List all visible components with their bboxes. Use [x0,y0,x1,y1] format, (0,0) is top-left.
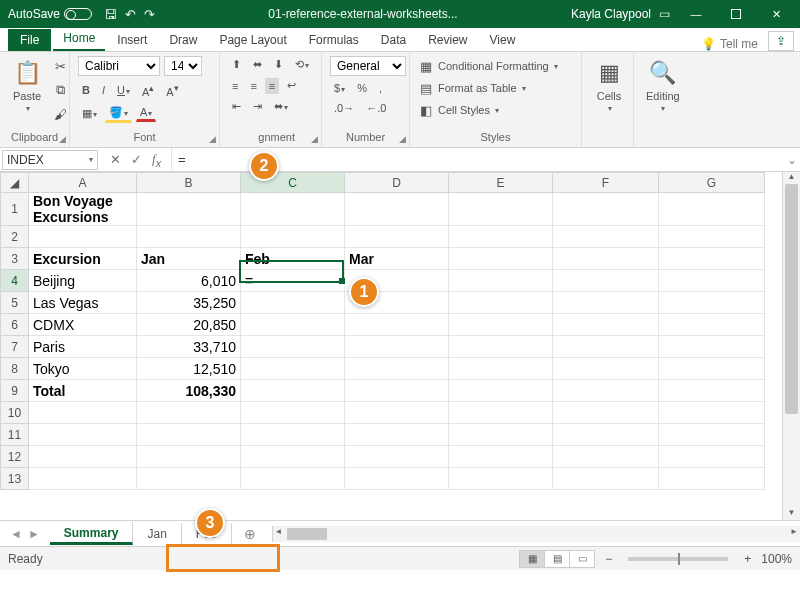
cell[interactable]: Beijing [29,270,137,292]
column-header[interactable]: E [449,173,553,193]
maximize-button[interactable] [716,0,756,28]
font-size-select[interactable]: 14 [164,56,202,76]
format-painter-icon[interactable]: 🖌 [52,106,68,122]
scroll-left-icon[interactable]: ◄ [275,527,283,536]
comma-format-icon[interactable]: , [375,80,386,96]
name-box[interactable]: INDEX ▾ [2,150,98,170]
cell[interactable]: 12,510 [137,358,241,380]
row-header[interactable]: 10 [1,402,29,424]
save-icon[interactable]: 🖫 [104,7,117,22]
scrollbar-thumb[interactable] [785,184,798,414]
accounting-format-icon[interactable]: $▾ [330,80,349,96]
cell[interactable]: 20,850 [137,314,241,336]
cell[interactable]: Paris [29,336,137,358]
minimize-button[interactable]: — [676,0,716,28]
cells-button[interactable]: ▦ Cells▾ [590,56,628,115]
new-sheet-button[interactable]: ⊕ [238,526,262,542]
cell[interactable]: 35,250 [137,292,241,314]
expand-formula-bar-icon[interactable]: ⌄ [784,153,800,167]
row-header[interactable]: 4 [1,270,29,292]
vertical-scrollbar[interactable]: ▲ ▼ [782,172,800,520]
conditional-formatting-button[interactable]: ▦Conditional Formatting▾ [418,58,558,74]
scroll-down-icon[interactable]: ▼ [783,508,800,520]
align-top-icon[interactable]: ⬆ [228,56,245,73]
zoom-out-button[interactable]: − [605,552,612,566]
italic-button[interactable]: I [98,82,109,98]
tab-data[interactable]: Data [371,29,416,51]
tab-draw[interactable]: Draw [159,29,207,51]
align-center-icon[interactable]: ≡ [246,78,260,94]
select-all-button[interactable]: ◢ [1,173,29,193]
sheet-tab-summary[interactable]: Summary [50,522,134,545]
tab-formulas[interactable]: Formulas [299,29,369,51]
dialog-launcher-icon[interactable]: ◢ [59,134,66,144]
share-button[interactable]: ⇪ [768,31,794,51]
row-header[interactable]: 6 [1,314,29,336]
copy-icon[interactable]: ⧉ [52,82,68,98]
font-name-select[interactable]: Calibri [78,56,160,76]
undo-icon[interactable]: ↶ [125,7,136,22]
tab-scroll-left-icon[interactable]: ◄ [10,527,22,541]
align-left-icon[interactable]: ≡ [228,78,242,94]
editing-button[interactable]: 🔍 Editing▾ [642,56,684,115]
row-header[interactable]: 11 [1,424,29,446]
cell[interactable]: Tokyo [29,358,137,380]
page-break-view-button[interactable]: ▭ [569,550,595,568]
cell[interactable]: 33,710 [137,336,241,358]
zoom-in-button[interactable]: + [744,552,751,566]
close-button[interactable]: ✕ [756,0,796,28]
wrap-text-icon[interactable]: ↩ [283,77,300,94]
increase-decimal-icon[interactable]: .0→ [330,100,358,116]
tab-home[interactable]: Home [53,27,105,51]
format-as-table-button[interactable]: ▤Format as Table▾ [418,80,526,96]
tell-me[interactable]: 💡 Tell me [701,37,758,51]
number-format-select[interactable]: General [330,56,406,76]
dialog-launcher-icon[interactable]: ◢ [399,134,406,144]
column-header[interactable]: F [553,173,659,193]
align-middle-icon[interactable]: ⬌ [249,56,266,73]
cell[interactable]: Total [29,380,137,402]
scroll-right-icon[interactable]: ► [790,527,798,536]
percent-format-icon[interactable]: % [353,80,371,96]
decrease-decimal-icon[interactable]: ←.0 [362,100,390,116]
zoom-slider[interactable] [628,557,728,561]
row-header[interactable]: 13 [1,468,29,490]
row-header[interactable]: 2 [1,226,29,248]
sheet-tab-jan[interactable]: Jan [133,523,181,545]
cell[interactable]: Feb [241,248,345,270]
ribbon-options-icon[interactable]: ▭ [659,7,670,21]
tab-insert[interactable]: Insert [107,29,157,51]
cell[interactable]: Bon Voyage Excursions [29,193,137,226]
column-header[interactable]: D [345,173,449,193]
cut-icon[interactable]: ✂ [52,58,68,74]
row-header[interactable]: 7 [1,336,29,358]
row-header[interactable]: 3 [1,248,29,270]
scrollbar-thumb[interactable] [287,528,327,540]
page-layout-view-button[interactable]: ▤ [544,550,570,568]
align-bottom-icon[interactable]: ⬇ [270,56,287,73]
column-header[interactable]: G [659,173,765,193]
cell[interactable]: Las Vegas [29,292,137,314]
cell-styles-button[interactable]: ◧Cell Styles▾ [418,102,499,118]
cells-table[interactable]: ◢ A B C D E F G 1Bon Voyage Excursions 2… [0,172,765,490]
cell[interactable]: CDMX [29,314,137,336]
tab-view[interactable]: View [480,29,526,51]
increase-indent-icon[interactable]: ⇥ [249,98,266,115]
cell[interactable]: 108,330 [137,380,241,402]
orientation-icon[interactable]: ⟲▾ [291,56,313,73]
insert-function-icon[interactable]: fx [152,151,161,169]
row-header[interactable]: 9 [1,380,29,402]
underline-button[interactable]: U▾ [113,82,134,98]
autosave-toggle[interactable]: AutoSave [8,7,92,21]
normal-view-button[interactable]: ▦ [519,550,545,568]
cell[interactable]: Mar [345,248,449,270]
cell[interactable]: Jan [137,248,241,270]
row-header[interactable]: 5 [1,292,29,314]
cell[interactable]: Excursion [29,248,137,270]
paste-button[interactable]: 📋 Paste ▾ [8,56,46,115]
row-header[interactable]: 8 [1,358,29,380]
horizontal-scrollbar[interactable]: ◄ ► [272,526,800,542]
redo-icon[interactable]: ↷ [144,7,155,22]
dialog-launcher-icon[interactable]: ◢ [209,134,216,144]
borders-icon[interactable]: ▦▾ [78,105,101,122]
